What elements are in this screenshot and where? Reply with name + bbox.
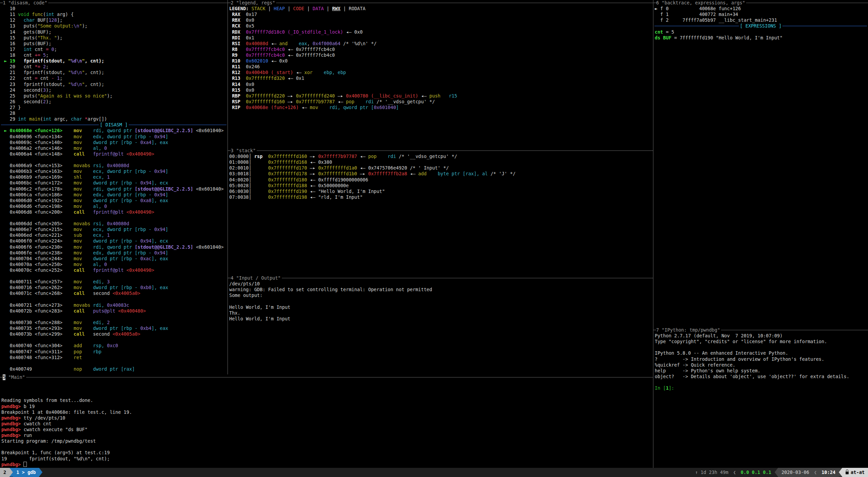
gdb-console[interactable]: Reading symbols from test...done.pwndbg>… xyxy=(0,380,653,467)
terminal-line: R9 0x7ffff7fcb4c0 ◂— 0x7ffff7fcb4c0 xyxy=(229,52,653,58)
terminal-line xyxy=(1,157,228,163)
status-right: ↑ 1d 23h 49m ❮ 0.0 0.1 0.1 2020-03-06 ❮ … xyxy=(692,468,868,477)
terminal-line: 0x4006f6 <func+230> mov rdi, qword ptr [… xyxy=(1,244,228,250)
divider-line xyxy=(129,125,227,125)
pane-backtrace-expressions[interactable]: 6 "backtrace, expressions, args" ► f 0 4… xyxy=(653,0,868,327)
terminal-line: RBP 0x7fffffffd220 —▸ 0x7fffffffd240 —▸ … xyxy=(229,93,653,99)
watch-expressions: cnt = 5ds BUF = 7fffffffd190 "Hello Worl… xyxy=(653,29,868,41)
pane-number-active: 5 xyxy=(3,374,5,380)
pane-border-horizontal xyxy=(282,278,653,278)
chevron-separator-icon: ❮ xyxy=(813,468,818,477)
terminal-line: 0x40070c <func+252> call fprintf@plt <0x… xyxy=(1,267,228,273)
powerline-separator xyxy=(775,468,778,477)
terminal-line: 17 int cnt = 0; xyxy=(1,47,228,52)
powerline-separator xyxy=(10,468,13,477)
backtrace-frames: ► f 0 40068e func+126 f 1 400772 main+34… xyxy=(653,6,868,23)
terminal-line: 20 cnt *= 2; xyxy=(1,64,228,70)
terminal-line: f 1 400772 main+34 xyxy=(655,12,868,17)
disasm-section-label: [ DISASM ] xyxy=(100,122,128,128)
ipython-console[interactable]: Python 2.7.17 (default, Nov 7 2019, 10:0… xyxy=(653,333,868,391)
terminal-line: RAX 0x17 xyxy=(229,12,653,17)
pane-border-horizontal xyxy=(746,3,868,3)
terminal-line: Breakpoint 1 at 0x40068e: file test.c, l… xyxy=(1,409,653,415)
terminal-line: 0x4006a2 <func+146> mov al, 0 xyxy=(1,145,228,151)
terminal-line: 0x4006c2 <func+178> mov rdi, qword ptr [… xyxy=(1,186,228,192)
pane-title-legend-regs: 2 "legend, regs" xyxy=(228,0,653,6)
pane-border-horizontal xyxy=(721,330,868,330)
terminal-line: ? -> Introduction and overview of IPytho… xyxy=(655,356,868,362)
terminal-line: 0x4006bc <func+172> mov dword ptr [rbp -… xyxy=(1,180,228,186)
terminal-line: 0x400696 <func+134> mov edx, dword ptr [… xyxy=(1,134,228,140)
terminal-line xyxy=(1,314,228,320)
pane-title-text: "backtrace, expressions, args" xyxy=(659,0,745,6)
terminal-line: 0x400749 nop dword ptr [rax] xyxy=(1,366,228,372)
pane-border-horizontal xyxy=(26,377,653,377)
terminal-line: 0x400730 <func+288> mov edi, 2 xyxy=(1,320,228,325)
terminal-line: 12 char BUF[128]; xyxy=(1,17,228,23)
pane-border-vertical-right[interactable] xyxy=(653,0,653,468)
pane-border-vertical-left[interactable] xyxy=(228,0,228,374)
terminal-line: 0x4006d0 <func+192> mov dword ptr [rbp -… xyxy=(1,198,228,204)
terminal-line: 24 second(3); xyxy=(1,87,228,93)
tmux-terminal: 1 "disasm, code" 10 11 void func(int arg… xyxy=(0,0,868,477)
terminal-line: 0x400740 <func+304> add rsp, 0xc0 xyxy=(1,343,228,349)
terminal-line: 29 int main(int argc, char *argv[]) xyxy=(1,116,228,122)
pane-title-stack: 3 "stack" xyxy=(228,148,653,154)
chevron-separator-icon: ❮ xyxy=(732,468,737,477)
terminal-line: object? -> Details about 'object', use '… xyxy=(655,374,868,379)
divider-line xyxy=(782,26,867,26)
pane-title-backtrace: 6 "backtrace, expressions, args" xyxy=(653,0,868,6)
terminal-line: pwndbg> cwatch execute "ds BUF" xyxy=(1,427,653,432)
terminal-line xyxy=(1,360,228,366)
terminal-line: Hello World, I'm Input xyxy=(229,304,653,310)
terminal-line: Starting program: /tmp/pwndbg/test xyxy=(1,438,653,444)
tmux-status-bar: 2 1 > gdb ↑ 1d 23h 49m ❮ 0.0 0.1 0.1 202… xyxy=(0,468,868,477)
terminal-line xyxy=(1,337,228,343)
pane-ipython[interactable]: 7 "IPython: tmp/pwndbg" Python 2.7.17 (d… xyxy=(653,327,868,468)
terminal-line: 10 xyxy=(1,6,228,12)
terminal-line: Hello World, I'm Input xyxy=(229,316,653,322)
pane-stack[interactable]: 3 "stack" 00:0000│ rsp 0x7fffffffd160 —▸… xyxy=(228,148,653,275)
uptime-indicator: ↑ 1d 23h 49m xyxy=(692,468,732,477)
terminal-line: 0x400748 <func+312> ret xyxy=(1,355,228,360)
pane-legend-regs[interactable]: 2 "legend, regs" LEGEND: STACK | HEAP | … xyxy=(228,0,653,148)
pane-disasm-code[interactable]: 1 "disasm, code" 10 11 void func(int arg… xyxy=(0,0,228,374)
window-tab-gdb[interactable]: 1 > gdb xyxy=(13,468,39,477)
terminal-line: 0x400716 <func+262> mov dword ptr [rbp -… xyxy=(1,285,228,290)
registers-listing: LEGEND: STACK | HEAP | CODE | DATA | RWX… xyxy=(228,6,653,110)
terminal-line: R13 0x7fffffffd320 ◂— 0x1 xyxy=(229,75,653,81)
hostname-text: at-at xyxy=(851,468,865,477)
pane-title-ipython: 7 "IPython: tmp/pwndbg" xyxy=(653,327,868,333)
terminal-line: R15 0x0 xyxy=(229,87,653,93)
terminal-line: 03:0018│ 0x7fffffffd178 —▸ 0x7fffffffd1b… xyxy=(229,171,653,177)
pane-title-disasm-code: 1 "disasm, code" xyxy=(0,0,228,6)
terminal-line xyxy=(1,215,228,221)
terminal-line: 22 cnt = cnt - 1; xyxy=(1,75,228,81)
terminal-line: 0x4006f0 <func+224> mov dword ptr [rbp -… xyxy=(1,238,228,244)
terminal-line: 16 puts(BUF); xyxy=(1,41,228,47)
terminal-line: 26 second(2); xyxy=(1,99,228,105)
terminal-line: 25 puts("Again as it was so nice"); xyxy=(1,93,228,99)
terminal-line: 14 gets(BUF); xyxy=(1,29,228,35)
terminal-line: 0x40072b <func+283> call puts@plt <0x400… xyxy=(1,308,228,314)
terminal-line: cnt = 5 xyxy=(655,29,868,35)
terminal-line: 0x4006dd <func+205> movabs rsi, 0x40080d xyxy=(1,221,228,227)
status-date: 2020-03-06 xyxy=(778,468,813,477)
terminal-line xyxy=(1,273,228,279)
terminal-line: 0x4006fe <func+238> mov edx, dword ptr [… xyxy=(1,250,228,256)
terminal-line: pwndbg> cwatch cnt xyxy=(1,421,653,427)
terminal-line: 06:0030│ 0x7fffffffd190 ◂— "Hello World,… xyxy=(229,189,653,194)
pane-input-output[interactable]: 4 "Input / Output" /dev/pts/10warning: G… xyxy=(228,275,653,374)
terminal-line: 0x400721 <func+273> movabs rdi, 0x40083c xyxy=(1,302,228,308)
pane-title-text: "stack" xyxy=(233,148,255,154)
terminal-line: 28 xyxy=(1,110,228,116)
terminal-line xyxy=(1,297,228,302)
terminal-line xyxy=(1,392,653,398)
pane-title-text: "legend, regs" xyxy=(233,0,275,6)
terminal-line: 21 fprintf(stdout, "%d\n", cnt); xyxy=(1,70,228,75)
terminal-line: R10 0x602010 ◂— 0x0 xyxy=(229,58,653,64)
terminal-line: warning: GDB: Failed to set controlling … xyxy=(229,287,653,293)
session-badge[interactable]: 2 xyxy=(0,468,10,477)
disassembly-listing: ► 0x40068e <func+126> mov rdi, qword ptr… xyxy=(0,128,228,372)
pane-main-gdb[interactable]: 5 "Main" Reading symbols from test...don… xyxy=(0,374,653,468)
